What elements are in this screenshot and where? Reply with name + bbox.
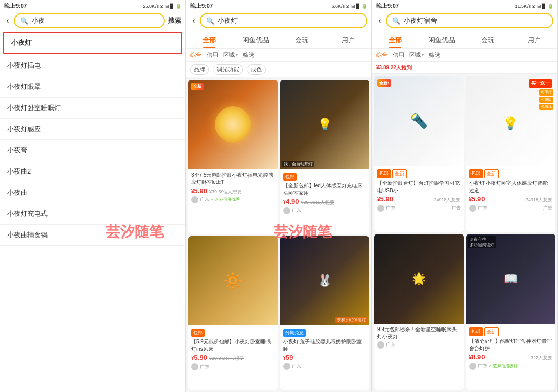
tab-user-3[interactable]: 用户 <box>511 33 557 48</box>
product-price: ¥5.90 <box>469 195 485 203</box>
search-input-wrap-2[interactable]: 🔍 小夜灯 <box>200 13 367 28</box>
product-tags: 包邮 全新 <box>469 327 553 336</box>
tab-play-2[interactable]: 会玩 <box>279 33 326 48</box>
price-row: ¥8.90 322人想要 <box>469 353 553 362</box>
product-image: 全新 <box>188 80 278 169</box>
location-text: 广东 <box>292 207 301 214</box>
list-item[interactable]: 小夜灯卧室睡眠灯 <box>0 98 185 119</box>
price-row: ¥5.90 24918人想要 <box>469 195 553 203</box>
tag-condition[interactable]: 成色 <box>247 64 266 75</box>
filter-area-3[interactable]: 区域▾ <box>409 51 424 59</box>
price-row: ¥59 <box>283 354 367 362</box>
panel-suggestions: 晚上9:07 25.8K/s ※ ⊞ ▋ 🔋 ‹ 🔍 小夜 搜索 小夜灯 小夜灯… <box>0 0 186 392</box>
search-query-3: 小夜灯宿舍 <box>404 16 547 25</box>
product-price: ¥5.90 <box>191 354 207 362</box>
avatar <box>191 363 198 370</box>
filter-comprehensive-2[interactable]: 综合 <box>190 51 202 59</box>
search-input-wrap-1[interactable]: 🔍 小夜 <box>14 13 165 28</box>
product-card[interactable]: 📖 暗夜守护多功能阅读灯 包邮 全新 【清仓处理】酷昵灯宿舍神器灯管宿舍台灯护 … <box>466 234 556 390</box>
tab-user-2[interactable]: 用户 <box>325 33 371 48</box>
product-image: 🌟 <box>374 234 464 324</box>
tags-row-2: 品牌 调光功能 成色 <box>186 62 371 77</box>
tab-youpin-2[interactable]: 闲鱼优品 <box>233 33 279 48</box>
list-item[interactable]: 小夜曲2 <box>0 161 185 182</box>
back-button-3[interactable]: ‹ <box>376 15 383 26</box>
search-button-1[interactable]: 搜索 <box>168 16 181 25</box>
product-card[interactable]: 全新 3个7.5元包邮护眼小夜灯插电光控感应灯卧室led灯 ¥5.90 ¥39 … <box>188 80 278 234</box>
product-info: 包邮 全新 小夜灯 小夜灯卧室人体感应灯智能过道 ¥5.90 24918人想要 … <box>466 166 556 215</box>
suggestion-item-highlighted[interactable]: 小夜灯 <box>3 32 182 54</box>
avatar <box>377 341 384 349</box>
list-item[interactable]: 小夜灯充电式 <box>0 203 185 225</box>
location-row: 广东 ✓ 芝麻信用优秀 <box>191 196 275 203</box>
status-icons-3: 11.5K/s ※ ⊞ ▋ 🔋 <box>515 4 553 9</box>
product-tag: 包邮 <box>377 169 391 178</box>
product-tag: 分期免息 <box>283 329 306 337</box>
product-tags: 包邮 <box>191 329 275 337</box>
product-image: 买一送一 💡 可手持 可磁吸 免布线 <box>466 76 556 166</box>
product-tag: 包邮 <box>469 169 483 178</box>
product-price: ¥5.90 <box>377 195 393 203</box>
tab-youpin-3[interactable]: 闲鱼优品 <box>419 33 465 48</box>
filter-row-2: 综合 信用 区域▾ 筛选 <box>186 49 371 62</box>
product-price: ¥5.90 <box>191 187 207 195</box>
filter-comprehensive-3[interactable]: 综合 <box>376 51 388 59</box>
list-item[interactable]: 小夜曲 <box>0 182 185 203</box>
price-row: ¥5.90 24918人想要 <box>377 195 461 203</box>
search-icon-1: 🔍 <box>20 17 28 25</box>
search-input-wrap-3[interactable]: 🔍 小夜灯宿舍 <box>386 13 553 28</box>
list-item[interactable]: 小夜灯插电 <box>0 55 185 76</box>
new-badge: 全新! <box>377 79 391 87</box>
product-info: 包邮 【全新包邮】led人体感应灯充电床头卧室家用 ¥4.90 ¥39 3915… <box>280 169 370 217</box>
filter-screen-2[interactable]: 筛选 <box>243 51 254 59</box>
product-card[interactable]: 💡 我，会自动开灯 包邮 【全新包邮】led人体感应灯充电床头卧室家用 ¥4.9… <box>280 80 370 234</box>
price-likes: 24918人想要 <box>525 197 552 203</box>
product-grid-3: 全新! 🔦 包邮 全新 【全新护眼台灯】台灯护眼学习可充电USB小 ¥5.90 … <box>372 74 557 392</box>
tag-dimming[interactable]: 调光功能 <box>213 64 243 75</box>
back-button-1[interactable]: ‹ <box>4 15 11 26</box>
avatar <box>191 196 198 203</box>
product-price: ¥4.90 <box>283 198 299 206</box>
status-bar-3: 晚上9:07 11.5K/s ※ ⊞ ▋ 🔋 <box>372 0 557 11</box>
back-button-2[interactable]: ‹ <box>190 15 197 26</box>
location-text: 广东 <box>478 205 487 211</box>
product-card[interactable]: 🔆 包邮 【5.9元低价包邮】小夜灯卧室睡眠灯ins风床 ¥5.90 ¥29.9… <box>188 236 278 390</box>
price-row: ¥5.90 ¥29.9 247人想要 <box>191 354 275 362</box>
list-item[interactable]: 小夜膏 <box>0 140 185 161</box>
avatar <box>377 205 384 212</box>
product-tag-new: 全新 <box>392 169 407 178</box>
status-time-3: 晚上9:07 <box>376 2 399 10</box>
location-row: 广东 <box>283 207 367 214</box>
tab-play-3[interactable]: 会玩 <box>465 33 512 48</box>
status-bar-1: 晚上9:07 25.8K/s ※ ⊞ ▋ 🔋 <box>0 0 185 11</box>
product-tag-new: 全新 <box>484 169 499 178</box>
tab-all-2[interactable]: 全部 <box>186 33 233 48</box>
product-title: 【全新护眼台灯】台灯护眼学习可充电USB小 <box>377 180 461 194</box>
filter-screen-3[interactable]: 筛选 <box>429 51 440 59</box>
product-card[interactable]: 🌟 9.9元包邮秒杀！全新星空睡眠床头灯小夜灯 广东 <box>374 234 464 390</box>
product-card[interactable]: 全新! 🔦 包邮 全新 【全新护眼台灯】台灯护眼学习可充电USB小 ¥5.90 … <box>374 76 464 232</box>
product-image: 🐰 亲和护眠伴睡灯 <box>280 236 370 326</box>
lamp-image <box>215 106 251 143</box>
product-card[interactable]: 🐰 亲和护眠伴睡灯 分期免息 小夜灯 兔子硅胶婴儿喂奶护眼卧室睡 ¥59 广东 <box>280 236 370 390</box>
product-card[interactable]: 买一送一 💡 可手持 可磁吸 免布线 包邮 全新 小夜灯 小夜灯卧室人体感应灯智… <box>466 76 556 232</box>
list-item[interactable]: 小夜灯眼罩 <box>0 76 185 98</box>
location-text: 广东 <box>386 341 395 348</box>
filter-credit-3[interactable]: 信用 <box>393 51 404 59</box>
location-text: 广东 <box>386 205 395 211</box>
list-item[interactable]: 小夜曲辅食锅 <box>0 225 185 246</box>
filter-credit-2[interactable]: 信用 <box>207 51 218 59</box>
list-item[interactable]: 小夜灯感应 <box>0 119 185 140</box>
filter-area-2[interactable]: 区域▾ <box>223 51 238 59</box>
product-tag-new: 全新 <box>484 327 499 336</box>
location-row: 广东 <box>191 363 275 370</box>
status-icons-2: 6.6K/s ※ ⊞ ▋ 🔋 <box>331 4 367 9</box>
tag-brand[interactable]: 品牌 <box>190 64 209 75</box>
trust-badge: ✓ 芝麻信用极好 <box>489 363 518 369</box>
avatar <box>283 207 290 214</box>
original-price: ¥29.9 247人想要 <box>209 355 244 362</box>
status-time-2: 晚上9:07 <box>190 2 213 10</box>
product-tags: 包邮 全新 <box>469 169 553 178</box>
tab-all-3[interactable]: 全部 <box>372 33 419 48</box>
avatar <box>469 205 476 212</box>
